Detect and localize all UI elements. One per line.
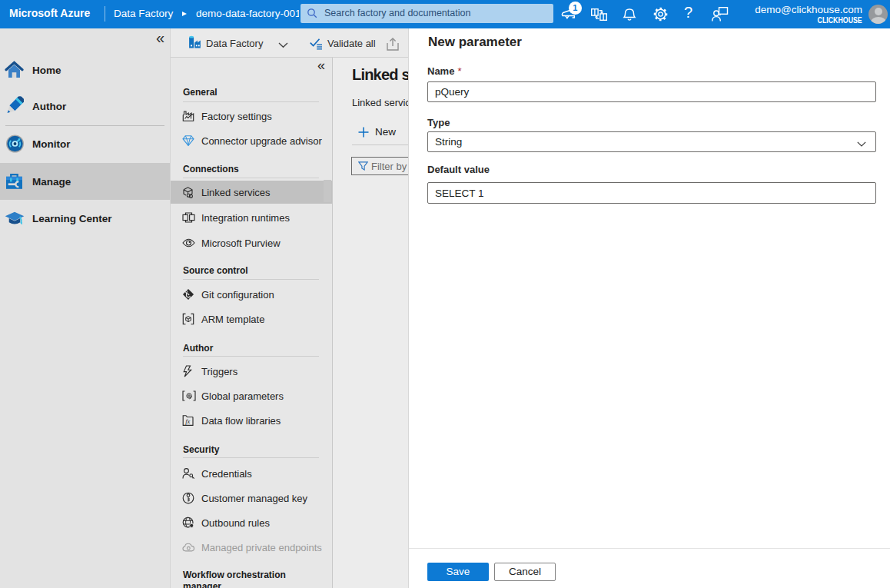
svg-text:fx: fx	[185, 417, 190, 425]
